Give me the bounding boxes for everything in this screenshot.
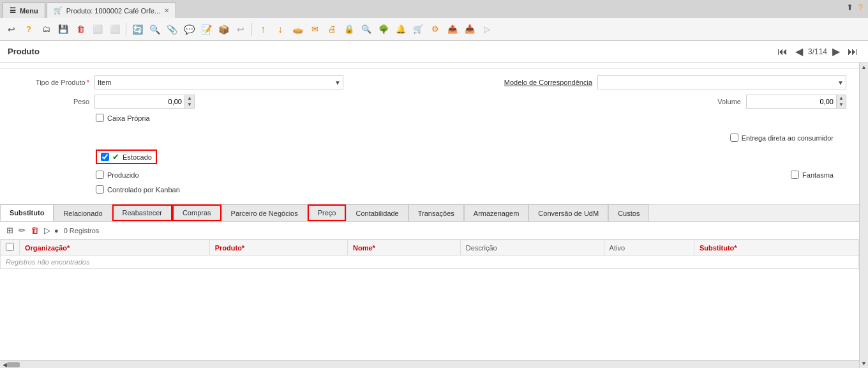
volume-input[interactable]	[747, 95, 836, 108]
modelo-correspondencia-label[interactable]: Modelo de Correspondência	[465, 79, 592, 86]
more-icon[interactable]: ▷	[479, 22, 495, 37]
peso-down-btn[interactable]: ▼	[185, 102, 194, 108]
tipo-produto-select[interactable]: Item	[94, 75, 343, 89]
estocado-checkbox[interactable]	[101, 153, 109, 161]
search-icon[interactable]: 🔍	[147, 22, 162, 37]
tab-reabastecer[interactable]: Reabastecer	[112, 204, 172, 221]
tab-custos[interactable]: Custos	[608, 204, 649, 221]
kanban-checkbox[interactable]	[96, 185, 104, 194]
lock-icon[interactable]: 🔒	[341, 22, 357, 37]
tab-contabilidade[interactable]: Contabilidade	[346, 204, 408, 221]
export-icon[interactable]: 📤	[445, 22, 460, 37]
scroll-up-icon[interactable]: ⬆	[846, 3, 853, 12]
col-organizacao-label: Organização*	[25, 244, 70, 252]
scroll-down-btn[interactable]: ▼	[860, 359, 868, 368]
tab-conversao-label: Conversão de UdM	[538, 210, 599, 217]
scroll-left-btn[interactable]: ◀	[3, 362, 7, 368]
attach-icon[interactable]: 📎	[164, 22, 179, 37]
tab-custos-label: Custos	[618, 210, 640, 217]
table-delete-icon[interactable]: 🗑	[29, 224, 40, 236]
tab-preco[interactable]: Preço	[308, 204, 347, 221]
substituto-table: Organização* Produto* Nome* Descrição At	[0, 240, 859, 269]
down-arrow-icon[interactable]: ↓	[273, 22, 288, 37]
cart-toolbar-icon[interactable]: 🛒	[410, 22, 426, 37]
tree-icon[interactable]: 🌳	[376, 22, 391, 37]
help-icon[interactable]: ?	[21, 22, 36, 37]
col-descricao: Descrição	[460, 240, 604, 256]
table-new-icon[interactable]: ⊞	[5, 224, 15, 236]
prev-record-icon[interactable]: ◀	[793, 44, 805, 59]
paste-icon[interactable]: ⬜	[107, 22, 123, 37]
tab-substituto[interactable]: Substituto	[0, 204, 54, 221]
tab-armazenagem[interactable]: Armazenagem	[464, 204, 529, 221]
tabs-bar: Substituto Relacionado Reabastecer Compr…	[0, 204, 859, 222]
scroll-up-btn[interactable]: ▲	[860, 63, 868, 72]
product-tab[interactable]: 🛒 Produto: 1000002 Café Orfe... ✕	[47, 3, 176, 18]
table-edit-icon[interactable]: ✏	[17, 224, 27, 236]
tab-armazenagem-label: Armazenagem	[474, 210, 520, 217]
caixa-propria-label: Caixa Própria	[107, 114, 150, 122]
zoom-icon[interactable]: 🔍	[359, 22, 374, 37]
back-icon[interactable]: ↩	[4, 22, 19, 37]
copy-icon[interactable]: ⬜	[90, 22, 105, 37]
table-toolbar: ⊞ ✏ 🗑 ▷ ● 0 Registros	[0, 222, 859, 240]
horizontal-scrollbar[interactable]: ◀	[0, 360, 859, 368]
mail-icon[interactable]: ✉	[307, 22, 322, 37]
peso-up-btn[interactable]: ▲	[185, 95, 194, 102]
menu-tab[interactable]: ☰ Menu	[3, 3, 45, 18]
tab-relacionado-label: Relacionado	[63, 210, 102, 217]
tab-parceiro[interactable]: Parceiro de Negócios	[221, 204, 308, 221]
caixa-propria-checkbox[interactable]	[96, 114, 104, 122]
question-icon[interactable]: ?	[858, 3, 863, 12]
col-produto-label: Produto*	[215, 244, 244, 252]
gear-icon[interactable]: ⚙	[428, 22, 443, 37]
note-icon[interactable]: 📝	[198, 22, 214, 37]
import-icon[interactable]: 📥	[462, 22, 477, 37]
up-arrow-icon[interactable]: ↑	[255, 22, 271, 37]
first-record-icon[interactable]: ⏮	[775, 45, 790, 59]
volume-down-btn[interactable]: ▼	[837, 102, 846, 108]
next-record-icon[interactable]: ▶	[830, 44, 842, 59]
fantasma-checkbox[interactable]	[791, 171, 799, 179]
product-form: Tipo de Produto Item ▼ Modelo de Corresp…	[0, 69, 859, 204]
col-nome: Nome*	[348, 240, 461, 256]
estocado-row: ✔ Estocado	[13, 150, 846, 168]
tab-relacionado[interactable]: Relacionado	[54, 204, 112, 221]
main-toolbar: ↩ ? 🗂 💾 🗑 ⬜ ⬜ 🔄 🔍 📎 💬 📝 📦 ↩ ↑ ↓ 🥧 ✉ 🖨 🔒 …	[0, 18, 868, 41]
entrega-direta-checkbox[interactable]	[730, 134, 738, 142]
tab-transacoes-label: Transações	[418, 210, 454, 217]
peso-label: Peso	[13, 98, 89, 105]
chat-icon[interactable]: 💬	[181, 22, 197, 37]
pie-chart-icon[interactable]: 🥧	[290, 22, 305, 37]
print-icon[interactable]: 🖨	[324, 22, 340, 37]
tipo-produto-select-wrapper: Item ▼	[94, 75, 343, 89]
archive-icon[interactable]: 📦	[216, 22, 231, 37]
scrollbar-thumb[interactable]	[7, 362, 20, 367]
volume-input-wrapper: ▲ ▼	[746, 95, 846, 109]
bell-icon[interactable]: 🔔	[393, 22, 408, 37]
produzido-checkbox-row: Produzido	[96, 171, 223, 179]
last-record-icon[interactable]: ⏭	[845, 45, 860, 59]
caixa-propria-checkbox-row: Caixa Própria	[96, 114, 150, 122]
produzido-checkbox[interactable]	[96, 171, 104, 179]
empty-row: Registros não encontrados	[1, 256, 859, 269]
header-bar: Produto ⏮ ◀ 3/114 ▶ ⏭	[0, 41, 868, 63]
delete-icon[interactable]: 🗑	[73, 22, 88, 37]
tab-conversao[interactable]: Conversão de UdM	[528, 204, 608, 221]
close-tab-icon[interactable]: ✕	[164, 7, 169, 14]
tab-transacoes[interactable]: Transações	[408, 204, 464, 221]
vertical-scrollbar[interactable]: ▲ ▼	[859, 63, 868, 368]
new-tab-icon[interactable]: 🗂	[38, 22, 54, 37]
tab-contabilidade-label: Contabilidade	[355, 210, 398, 217]
tab-compras[interactable]: Compras	[172, 204, 221, 221]
modelo-correspondencia-select[interactable]	[597, 75, 846, 89]
table-run-icon[interactable]: ▷	[43, 224, 52, 236]
peso-input[interactable]	[95, 95, 184, 108]
tipo-produto-label: Tipo de Produto	[13, 79, 89, 86]
save-icon[interactable]: 💾	[56, 22, 71, 37]
select-all-checkbox[interactable]	[6, 243, 14, 251]
volume-up-btn[interactable]: ▲	[837, 95, 846, 102]
undo-icon[interactable]: ↩	[233, 22, 248, 37]
col-descricao-label: Descrição	[466, 244, 497, 252]
refresh-icon[interactable]: 🔄	[130, 22, 145, 37]
